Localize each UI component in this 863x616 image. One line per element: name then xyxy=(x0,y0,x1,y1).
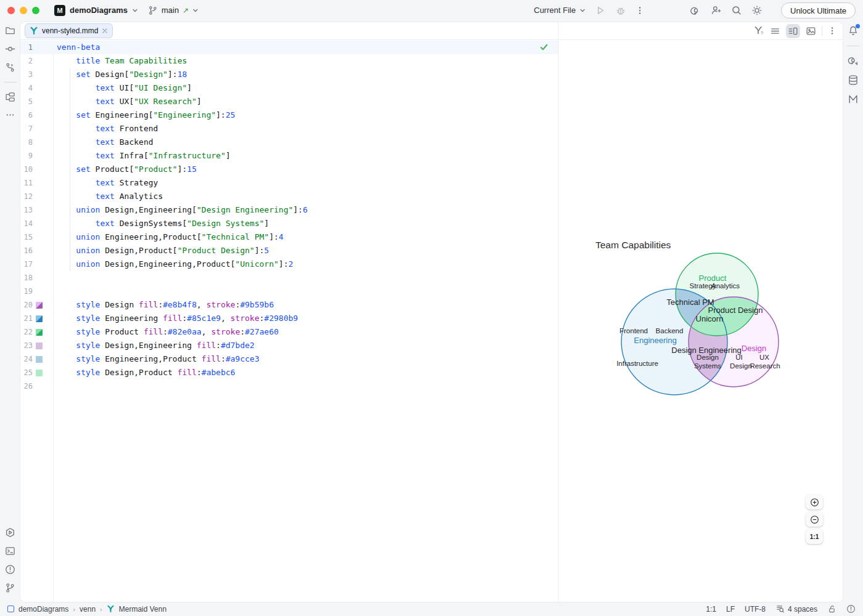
code-text[interactable]: union Design,Engineering,Product["Unicor… xyxy=(53,257,293,271)
project-folder-icon[interactable] xyxy=(5,25,15,36)
line-ending-widget[interactable]: LF xyxy=(726,605,735,614)
code-line[interactable]: 6 set Engineering["Engineering"]:25 xyxy=(20,108,558,122)
code-text[interactable]: text Frontend xyxy=(53,122,158,136)
caret-position-widget[interactable]: 1:1 xyxy=(706,605,716,614)
color-swatch[interactable] xyxy=(36,315,43,322)
code-text[interactable]: text Infra["Infrastructure"] xyxy=(53,149,231,163)
editor-only-view-icon[interactable] xyxy=(770,26,780,36)
code-text[interactable] xyxy=(53,379,57,393)
code-text[interactable]: set Product["Product"]:15 xyxy=(53,163,197,176)
code-line[interactable]: 25 style Design,Product fill:#abebc6 xyxy=(20,366,558,379)
editor-options-kebab-icon[interactable] xyxy=(828,26,836,36)
code-text[interactable]: style Product fill:#82e0aa, stroke:#27ae… xyxy=(53,325,279,339)
code-line[interactable]: 12 text Analytics xyxy=(20,190,558,203)
code-text[interactable]: set Engineering["Engineering"]:25 xyxy=(53,108,235,122)
project-widget[interactable]: M demoDiagrams xyxy=(54,0,138,20)
code-line[interactable]: 3 set Design["Design"]:18 xyxy=(20,68,558,81)
code-line[interactable]: 9 text Infra["Infrastructure"] xyxy=(20,149,558,163)
color-swatch[interactable] xyxy=(36,329,43,336)
code-text[interactable]: venn-beta xyxy=(53,41,100,54)
code-text[interactable]: style Design fill:#e8b4f8, stroke:#9b59b… xyxy=(53,298,274,312)
code-line[interactable]: 1venn-beta xyxy=(20,41,558,54)
code-line[interactable]: 18 xyxy=(20,271,558,285)
terminal-icon[interactable] xyxy=(5,546,15,556)
more-actions-kebab-icon[interactable] xyxy=(636,6,644,15)
git-tool-icon[interactable] xyxy=(5,583,15,593)
services-icon[interactable] xyxy=(5,527,15,538)
code-editor[interactable]: 1venn-beta2 title Team Capabilities3 set… xyxy=(20,40,558,602)
editor-and-preview-view-icon[interactable] xyxy=(786,24,800,38)
zoom-out-button[interactable] xyxy=(806,512,823,527)
code-line[interactable]: 23 style Design,Engineering fill:#d7bde2 xyxy=(20,339,558,352)
code-line[interactable]: 7 text Frontend xyxy=(20,122,558,136)
code-line[interactable]: 11 text Strategy xyxy=(20,176,558,190)
search-icon[interactable] xyxy=(731,5,742,16)
code-text[interactable]: set Design["Design"]:18 xyxy=(53,68,187,81)
code-text[interactable]: union Design,Engineering["Design Enginee… xyxy=(53,203,308,217)
code-line[interactable]: 20 style Design fill:#e8b4f8, stroke:#9b… xyxy=(20,298,558,312)
mermaid-syntax-help-icon[interactable]: ? xyxy=(753,25,764,36)
code-line[interactable]: 24 style Engineering,Product fill:#a9cce… xyxy=(20,352,558,366)
code-line[interactable]: 19 xyxy=(20,285,558,298)
more-tool-windows-icon[interactable] xyxy=(6,110,15,120)
code-line[interactable]: 10 set Product["Product"]:15 xyxy=(20,163,558,176)
color-swatch[interactable] xyxy=(36,302,43,309)
color-swatch[interactable] xyxy=(36,356,43,363)
code-line[interactable]: 21 style Engineering fill:#85c1e9, strok… xyxy=(20,312,558,325)
code-line[interactable]: 15 union Engineering,Product["Technical … xyxy=(20,230,558,244)
vcs-widget[interactable]: main ↗ xyxy=(148,0,198,20)
pull-requests-icon[interactable] xyxy=(5,62,15,73)
ai-assistant-icon[interactable] xyxy=(690,5,701,16)
zoom-in-button[interactable] xyxy=(806,495,823,509)
code-text[interactable]: text UX["UX Research"] xyxy=(53,95,202,108)
add-user-icon[interactable] xyxy=(711,5,722,16)
code-text[interactable]: text Strategy xyxy=(53,176,158,190)
code-line[interactable]: 5 text UX["UX Research"] xyxy=(20,95,558,108)
code-text[interactable] xyxy=(53,271,57,285)
code-line[interactable]: 8 text Backend xyxy=(20,136,558,149)
code-text[interactable]: style Engineering fill:#85c1e9, stroke:#… xyxy=(53,312,298,325)
run-configuration-selector[interactable]: Current File xyxy=(534,6,586,15)
code-text[interactable]: union Design,Product["Product Design"]:5 xyxy=(53,244,269,257)
encoding-widget[interactable]: UTF-8 xyxy=(745,605,766,614)
code-line[interactable]: 22 style Product fill:#82e0aa, stroke:#2… xyxy=(20,325,558,339)
indent-widget[interactable]: 4 spaces xyxy=(775,604,817,614)
tab-venn-styled[interactable]: venn-styled.mmd xyxy=(25,23,113,38)
code-text[interactable] xyxy=(53,285,57,298)
code-text[interactable]: style Engineering,Product fill:#a9cce3 xyxy=(53,352,260,366)
code-text[interactable]: text DesignSystems["Design Systems"] xyxy=(53,217,269,230)
close-tab-icon[interactable] xyxy=(102,28,108,34)
minimize-window-button[interactable] xyxy=(20,7,27,14)
code-text[interactable]: union Engineering,Product["Technical PM"… xyxy=(53,230,284,244)
code-text[interactable]: text UI["UI Design"] xyxy=(53,81,192,95)
settings-gear-icon[interactable] xyxy=(751,5,763,16)
preview-only-view-icon[interactable] xyxy=(806,26,816,36)
code-line[interactable]: 4 text UI["UI Design"] xyxy=(20,81,558,95)
database-icon[interactable] xyxy=(848,75,859,86)
close-window-button[interactable] xyxy=(7,7,15,14)
code-text[interactable]: style Design,Product fill:#abebc6 xyxy=(53,366,235,379)
code-text[interactable]: text Backend xyxy=(53,136,153,149)
unlock-ultimate-button[interactable]: Unlock Ultimate xyxy=(781,2,856,18)
code-line[interactable]: 26 xyxy=(20,379,558,393)
ai-assistant-chat-icon[interactable] xyxy=(848,55,859,67)
code-text[interactable]: style Design,Engineering fill:#d7bde2 xyxy=(53,339,255,352)
code-line[interactable]: 2 title Team Capabilities xyxy=(20,54,558,68)
code-line[interactable]: 13 union Design,Engineering["Design Engi… xyxy=(20,203,558,217)
error-stripe-icon[interactable] xyxy=(846,604,856,614)
problems-icon[interactable] xyxy=(5,564,15,575)
color-swatch[interactable] xyxy=(36,342,43,349)
unlocked-padlock-icon[interactable] xyxy=(827,604,836,614)
notifications-bell-icon[interactable] xyxy=(848,25,859,36)
run-button[interactable] xyxy=(595,5,606,16)
code-text[interactable]: title Team Capabilities xyxy=(53,54,187,68)
color-swatch[interactable] xyxy=(36,370,43,376)
debug-button[interactable] xyxy=(615,5,626,16)
inspections-ok-check-icon[interactable] xyxy=(539,43,549,52)
code-line[interactable]: 14 text DesignSystems["Design Systems"] xyxy=(20,217,558,230)
breadcrumb-element[interactable]: Mermaid Venn xyxy=(119,605,166,614)
mermaid-tool-icon[interactable] xyxy=(848,94,859,105)
code-line[interactable]: 16 union Design,Product["Product Design"… xyxy=(20,244,558,257)
breadcrumb-folder[interactable]: venn xyxy=(80,605,96,614)
structure-icon[interactable] xyxy=(5,92,15,102)
